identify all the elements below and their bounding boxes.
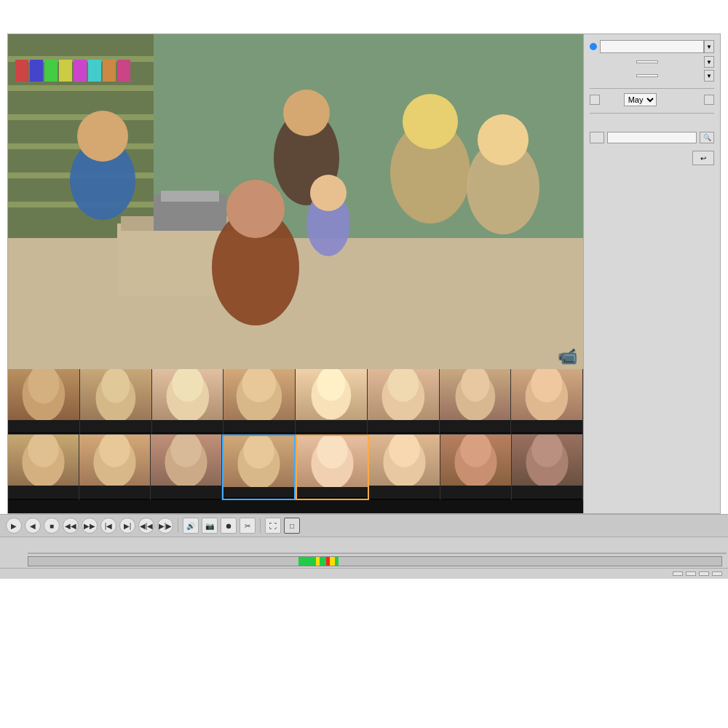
cal-next-btn[interactable] <box>704 95 714 105</box>
video-scene: 📹 <box>8 34 583 369</box>
face-thumb-8[interactable] <box>511 369 583 434</box>
play-forward-row: ▼ <box>590 56 714 68</box>
face-thumb-14[interactable] <box>369 435 440 500</box>
rewind-button[interactable]: ◀|◀ <box>138 518 154 534</box>
controls-bar: ▶ ◀ ■ ◀◀ ▶▶ |◀ ▶| ◀|◀ ▶|▶ 🔊 📷 ⏺ ✂ ⛶ □ <box>0 514 728 537</box>
face-thumb-12[interactable] <box>222 435 296 500</box>
stop-button[interactable]: ■ <box>44 518 60 534</box>
face-thumb-3[interactable] <box>152 369 224 434</box>
timeline-ruler: var labels = [0,1,2,3,4,5,6,7,8,9,10,11,… <box>28 539 722 555</box>
timeline-track[interactable] <box>28 556 722 566</box>
svg-rect-9 <box>15 60 28 82</box>
video-panel: 📹 <box>8 34 583 513</box>
face-thumb-15[interactable] <box>440 435 512 500</box>
volume-button[interactable]: 🔊 <box>183 518 199 534</box>
svg-rect-4 <box>8 85 154 91</box>
divider-2 <box>590 113 714 114</box>
face-thumb-6[interactable] <box>368 369 440 434</box>
face-thumb-1[interactable] <box>8 369 80 434</box>
face-all-row: 🔍 <box>590 132 714 143</box>
divider-1 <box>590 88 714 89</box>
bottom-bar <box>0 568 728 579</box>
back-button[interactable]: ◀ <box>25 518 41 534</box>
2hr-button[interactable] <box>686 571 696 576</box>
window-button[interactable]: □ <box>284 518 300 534</box>
prev-clip-button[interactable]: |◀ <box>100 518 116 534</box>
svg-rect-21 <box>161 191 219 202</box>
svg-point-29 <box>310 175 347 211</box>
face-row-2 <box>8 435 583 500</box>
face-search-input[interactable] <box>607 132 697 143</box>
readwrite-radio[interactable] <box>590 43 597 50</box>
face-thumb-13[interactable] <box>296 435 369 500</box>
svg-rect-12 <box>59 60 72 82</box>
timeline-track-row <box>6 556 722 566</box>
svg-point-27 <box>283 90 330 136</box>
face-thumb-4[interactable] <box>223 369 296 434</box>
svg-rect-16 <box>117 60 130 82</box>
replay-button[interactable]: ↩ <box>692 151 714 165</box>
main-area: 📹 <box>7 33 721 514</box>
svg-rect-11 <box>44 60 58 82</box>
cut-button[interactable]: ✂ <box>240 518 256 534</box>
record-button[interactable]: ⏺ <box>221 518 237 534</box>
face-thumbnails <box>8 369 583 500</box>
readwrite-row: ▼ <box>590 40 714 53</box>
svg-rect-15 <box>103 60 116 82</box>
svg-point-38 <box>101 369 130 403</box>
face-row-1 <box>8 369 583 435</box>
next-frame-button[interactable]: ▶▶ <box>82 518 98 534</box>
play-back-row: ▼ <box>590 70 714 82</box>
cal-prev-btn[interactable] <box>590 95 600 105</box>
1hr-button[interactable] <box>699 571 709 576</box>
face-thumb-10[interactable] <box>79 435 151 500</box>
cal-month-select[interactable]: May <box>624 93 657 106</box>
fast-forward-button[interactable]: ▶|▶ <box>157 518 173 534</box>
right-panel: ▼ ▼ ▼ May <box>583 34 720 513</box>
svg-rect-14 <box>88 60 101 82</box>
face-thumb-9[interactable] <box>8 435 79 500</box>
timeline-area: var labels = [0,1,2,3,4,5,6,7,8,9,10,11,… <box>0 537 728 568</box>
calendar-header: May <box>590 93 714 106</box>
face-thumb-2[interactable] <box>80 369 152 434</box>
main-video: 📹 <box>8 34 583 369</box>
24hr-button[interactable] <box>673 571 683 576</box>
timeline-ruler-svg: var labels = [0,1,2,3,4,5,6,7,8,9,10,11,… <box>28 539 727 555</box>
header <box>0 0 728 25</box>
tl-event-green2 <box>320 557 327 566</box>
face-thumb-11[interactable] <box>151 435 222 500</box>
svg-rect-13 <box>74 60 87 82</box>
face-all-cell[interactable] <box>590 132 604 143</box>
svg-text:📹: 📹 <box>558 347 578 366</box>
svg-point-33 <box>226 180 285 238</box>
snapshot-button[interactable]: 📷 <box>202 518 218 534</box>
svg-point-25 <box>403 94 458 149</box>
sep2 <box>260 518 261 533</box>
sep1 <box>178 518 178 533</box>
prev-frame-button[interactable]: ◀◀ <box>63 518 79 534</box>
play-button[interactable]: ▶ <box>6 518 22 534</box>
readwrite-dropdown[interactable]: ▼ <box>704 40 714 53</box>
svg-point-31 <box>478 114 529 165</box>
svg-point-23 <box>77 111 128 162</box>
expand-button[interactable]: ⛶ <box>265 518 281 534</box>
readwrite-select[interactable] <box>600 40 704 53</box>
face-thumb-16[interactable] <box>512 435 583 500</box>
face-thumb-7[interactable] <box>440 369 512 434</box>
30min-button[interactable] <box>712 571 722 576</box>
tl-event-green3 <box>335 557 339 566</box>
next-clip-button[interactable]: ▶| <box>119 518 135 534</box>
face-search-button[interactable]: 🔍 <box>700 132 714 143</box>
svg-rect-10 <box>30 60 43 82</box>
svg-rect-5 <box>8 114 154 120</box>
face-thumb-5[interactable] <box>296 369 368 434</box>
